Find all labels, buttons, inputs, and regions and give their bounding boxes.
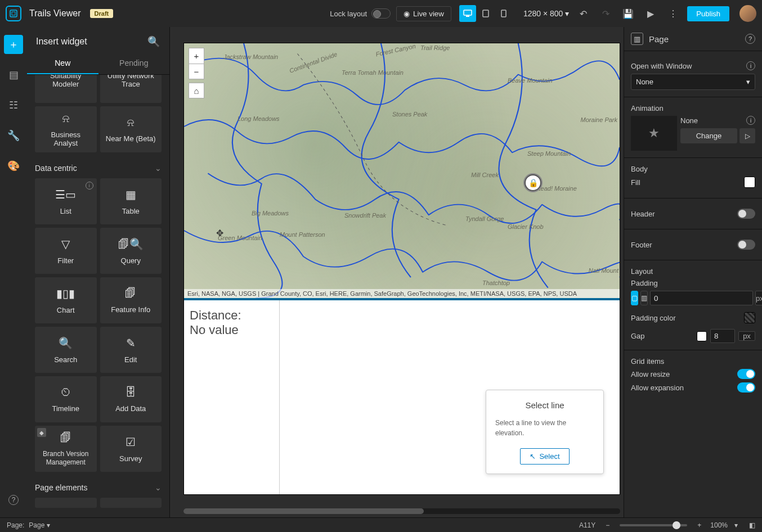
svg-rect-5 — [501, 10, 506, 17]
live-view-button[interactable]: ◉ Live view — [396, 6, 451, 21]
rail-theme-button[interactable]: 🎨 — [4, 156, 23, 175]
search-icon: 🔍 — [59, 336, 73, 350]
allow-resize-toggle[interactable] — [737, 369, 755, 379]
undo-button[interactable]: ↶ — [575, 5, 591, 22]
zoom-in-button[interactable]: + — [189, 48, 204, 64]
rail-utilities-button[interactable]: 🔧 — [4, 126, 23, 145]
save-button[interactable]: 💾 — [620, 5, 637, 22]
widget-utility-network-trace[interactable]: Utility Network Trace — [100, 75, 162, 103]
tablet-icon — [482, 10, 489, 17]
artboard: Jackstraw Mountain Continental Divide Fo… — [183, 43, 620, 495]
tab-new[interactable]: New — [27, 53, 98, 74]
device-desktop-button[interactable] — [459, 5, 476, 22]
widget-near-me[interactable]: ⍾ Near Me (Beta) — [100, 106, 162, 152]
gap-input[interactable] — [710, 329, 735, 343]
widget-list[interactable]: i ☰▭ List — [35, 178, 97, 224]
padding-uniform-button[interactable]: ▢ — [631, 291, 638, 305]
widget-survey[interactable]: ☑ Survey — [100, 426, 162, 472]
widget-filter[interactable]: ▽ Filter — [35, 228, 97, 274]
status-page-select[interactable]: Page ▾ — [29, 521, 50, 529]
widget-timeline[interactable]: ⏲ Timeline — [35, 376, 97, 422]
a11y-label[interactable]: A11Y — [579, 521, 595, 529]
rail-help-button[interactable]: ? — [4, 490, 23, 510]
animation-play-button[interactable]: ▷ — [739, 128, 755, 143]
widget-list-scroll[interactable]: Suitability Modeler Utility Network Trac… — [27, 75, 169, 517]
gap-color-swatch[interactable] — [697, 331, 707, 341]
settings-help-button[interactable]: ? — [745, 34, 755, 44]
svg-rect-2 — [464, 10, 472, 15]
widget-label: Table — [122, 207, 140, 215]
tab-pending[interactable]: Pending — [98, 53, 170, 74]
widget-page-element-b[interactable] — [100, 498, 162, 508]
chevron-down-icon[interactable]: ▾ — [734, 521, 738, 529]
distance-text-widget[interactable]: Distance: No value — [184, 300, 280, 494]
widget-label: Timeline — [52, 404, 79, 413]
padding-individual-button[interactable]: ▥ — [640, 291, 648, 305]
app-logo[interactable] — [6, 6, 21, 21]
survey-icon: ☑ — [125, 435, 136, 449]
panel-toggle-button[interactable]: ◧ — [749, 521, 755, 529]
lock-layout-toggle[interactable] — [371, 8, 391, 19]
elevation-widget-area[interactable]: Select line Select a line to view the el… — [280, 300, 620, 494]
home-icon: ⌂ — [194, 86, 199, 96]
animation-change-button[interactable]: Change — [680, 128, 737, 143]
insert-widget-search-button[interactable]: 🔍 — [147, 35, 160, 48]
widget-feature-info[interactable]: 🗐 Feature Info — [100, 277, 162, 323]
status-badge-draft: Draft — [90, 9, 114, 18]
info-icon[interactable]: i — [746, 116, 755, 125]
locked-pin-icon[interactable]: 🔒 — [525, 174, 541, 191]
resolution-select[interactable]: 1280 × 800 ▾ — [523, 9, 569, 18]
padding-input[interactable] — [650, 291, 753, 305]
widget-chart[interactable]: ▮▯▮ Chart — [35, 277, 97, 323]
canvas-hscrollbar-thumb[interactable] — [183, 508, 424, 514]
status-page-label: Page: — [7, 521, 24, 529]
allow-expansion-toggle[interactable] — [737, 382, 755, 393]
fill-color-swatch[interactable] — [744, 177, 755, 188]
padding-color-swatch[interactable] — [744, 312, 755, 323]
insert-widget-panel: Insert widget 🔍 New Pending Suitability … — [27, 27, 170, 517]
rail-pages-button[interactable]: ▤ — [4, 65, 23, 84]
more-vertical-icon: ⋮ — [669, 8, 678, 19]
rail-data-button[interactable]: ☷ — [4, 96, 23, 115]
info-icon[interactable]: i — [746, 61, 755, 70]
gap-unit[interactable]: px — [738, 331, 755, 341]
canvas[interactable]: Jackstraw Mountain Continental Divide Fo… — [170, 27, 624, 517]
publish-button[interactable]: Publish — [687, 6, 729, 21]
logo-icon — [10, 10, 17, 17]
header-toggle[interactable] — [737, 209, 755, 219]
widget-branch-version[interactable]: ◆ 🗐 Branch Version Management — [35, 426, 97, 472]
device-group — [459, 5, 512, 22]
preview-button[interactable]: ▶ — [642, 5, 659, 22]
svg-rect-4 — [483, 10, 488, 17]
user-avatar[interactable] — [739, 5, 756, 22]
open-with-window-select[interactable]: None ▾ — [631, 74, 755, 90]
widget-search[interactable]: 🔍 Search — [35, 327, 97, 373]
section-label: Page elements — [35, 483, 87, 492]
footer-toggle[interactable] — [737, 240, 755, 250]
widget-suitability-modeler[interactable]: Suitability Modeler — [35, 75, 97, 103]
zoom-out-button[interactable]: − — [189, 64, 204, 79]
widget-table[interactable]: ▦ Table — [100, 178, 162, 224]
widget-edit[interactable]: ✎ Edit — [100, 327, 162, 373]
padding-unit[interactable]: px — [755, 291, 762, 305]
section-page-elements[interactable]: Page elements ⌄ — [35, 475, 162, 498]
zoom-minus-button[interactable]: − — [606, 521, 609, 529]
zoom-plus-button[interactable]: + — [697, 521, 701, 529]
play-icon: ▷ — [745, 132, 750, 140]
enterprise-icon: ◆ — [37, 428, 46, 437]
map-widget[interactable]: Jackstraw Mountain Continental Divide Fo… — [184, 43, 620, 300]
select-button[interactable]: ↖ Select — [520, 448, 569, 465]
section-data-centric[interactable]: Data centric ⌄ — [35, 156, 162, 178]
device-phone-button[interactable] — [495, 5, 512, 22]
home-extent-button[interactable]: ⌂ — [189, 83, 204, 98]
redo-button[interactable]: ↷ — [597, 5, 614, 22]
widget-add-data[interactable]: 🗄 Add Data — [100, 376, 162, 422]
rail-insert-button[interactable]: ＋ — [4, 35, 23, 54]
widget-page-element-a[interactable] — [35, 498, 97, 508]
zoom-slider[interactable] — [620, 524, 687, 526]
widget-query[interactable]: 🗐🔍 Query — [100, 228, 162, 274]
device-tablet-button[interactable] — [477, 5, 494, 22]
more-button[interactable]: ⋮ — [665, 5, 682, 22]
canvas-hscrollbar[interactable] — [183, 508, 620, 514]
widget-business-analyst[interactable]: ⍾ Business Analyst — [35, 106, 97, 152]
